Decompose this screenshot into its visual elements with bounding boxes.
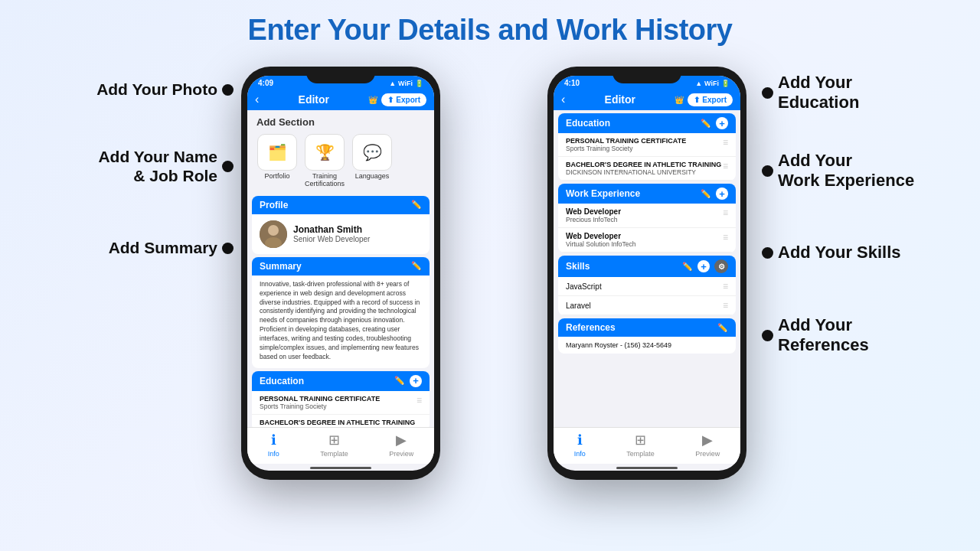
phone1-summary-text: Innovative, task-driven professional wit… bbox=[252, 276, 430, 368]
phone2-skills-section: Skills ✏️ + ⚙ JavaScript ≡ Laravel ≡ bbox=[558, 256, 736, 315]
annotation-add-skills: Add Your Skills bbox=[762, 243, 901, 262]
phone1-profile-info: Jonathan Smith Senior Web Developer bbox=[293, 224, 370, 243]
annotation-add-work: Add Your Work Experience bbox=[762, 151, 914, 191]
phone-2: 4:10 ▲ WiFi 🔋 ‹ Editor 👑 ⬆ Export bbox=[547, 67, 746, 480]
phone1-profile-header: Profile ✏️ bbox=[252, 196, 430, 214]
phone2-reference-item-1: Maryann Royster - (156) 324-5649 bbox=[558, 337, 736, 354]
phone1-profile-header-icons: ✏️ bbox=[411, 200, 422, 210]
phone2-crown-icon: 👑 bbox=[675, 96, 684, 104]
phone1-add-section-label: Add Section bbox=[247, 110, 434, 131]
phone1-template-icon: ⊞ bbox=[328, 432, 340, 448]
annotation-add-references: Add Your References bbox=[762, 315, 869, 356]
phone1-tab-template[interactable]: ⊞ Template bbox=[320, 432, 348, 458]
phone2-education-header-icons: ✏️ + bbox=[701, 117, 728, 129]
phone1-content: Add Section 🗂️ Portfolio 🏆 Training Cert… bbox=[247, 110, 434, 427]
phone2-education-edit-icon[interactable]: ✏️ bbox=[701, 119, 711, 129]
phone1-nav-title: Editor bbox=[299, 93, 329, 106]
phone-1: 4:09 ▲ WiFi 🔋 ‹ Editor 👑 ⬆ Export bbox=[241, 67, 440, 480]
phone2-references-section: References ✏️ Maryann Royster - (156) 32… bbox=[558, 318, 736, 354]
section-icon-portfolio[interactable]: 🗂️ Portfolio bbox=[256, 134, 298, 188]
dot-photo bbox=[222, 84, 234, 96]
annotation-add-name: Add Your Name & Job Role bbox=[98, 147, 234, 185]
phone1-avatar bbox=[260, 220, 287, 248]
annotation-add-summary: Add Summary bbox=[109, 239, 234, 257]
annotation-add-photo: Add Your Photo bbox=[96, 80, 234, 99]
phone1-status-icons: ▲ WiFi 🔋 bbox=[389, 80, 423, 87]
phone2-work-header: Work Experience ✏️ + bbox=[558, 184, 736, 204]
phone2-education-section: Education ✏️ + PERSONAL TRAINING CERTIFI… bbox=[558, 113, 736, 181]
page-title: Enter Your Details and Work History bbox=[0, 0, 980, 59]
phone2-skills-header: Skills ✏️ + ⚙ bbox=[558, 256, 736, 277]
phone1-back-button[interactable]: ‹ bbox=[255, 93, 259, 106]
phone1-summary-edit-icon[interactable]: ✏️ bbox=[411, 261, 422, 271]
phone2-work-item-1: Web Developer Precious InfoTech ≡ bbox=[558, 204, 736, 228]
phone2-skill-item-1: JavaScript ≡ bbox=[558, 277, 736, 296]
phone1-info-icon: ℹ bbox=[271, 432, 276, 448]
phone1-nav-bar: ‹ Editor 👑 ⬆ Export bbox=[247, 89, 434, 110]
phone2-references-edit-icon[interactable]: ✏️ bbox=[717, 323, 728, 333]
phone2-work-section: Work Experience ✏️ + Web Developer Preci… bbox=[558, 184, 736, 253]
phone1-education-section: Education ✏️ + PERSONAL TRAINING CERTIFI… bbox=[252, 371, 430, 427]
phone2-content: Education ✏️ + PERSONAL TRAINING CERTIFI… bbox=[554, 110, 740, 427]
phone1-profile-section: Profile ✏️ bbox=[252, 196, 430, 254]
phone2-tab-info[interactable]: ℹ Info bbox=[574, 432, 586, 458]
phone2-status-icons: ▲ WiFi 🔋 bbox=[695, 80, 730, 87]
phone2-nav-title: Editor bbox=[605, 93, 635, 106]
phone2-skills-add-button[interactable]: + bbox=[697, 260, 710, 272]
phone2-work-edit-icon[interactable]: ✏️ bbox=[701, 189, 711, 199]
svg-point-1 bbox=[268, 225, 279, 236]
right-annotations: Add Your Education Add Your Work Experie… bbox=[746, 59, 923, 74]
phone2-edu-item-2: Bachelor's Degree in Athletic Training D… bbox=[558, 157, 736, 181]
section-icon-languages[interactable]: 💬 Languages bbox=[351, 134, 393, 188]
phone2-skill-item-2: Laravel ≡ bbox=[558, 296, 736, 315]
phone2-work-item-2: Web Developer Virtual Solution InfoTech … bbox=[558, 228, 736, 253]
phone2-screen: 4:10 ▲ WiFi 🔋 ‹ Editor 👑 ⬆ Export bbox=[554, 76, 740, 471]
phone2-tab-preview[interactable]: ▶ Preview bbox=[695, 432, 720, 458]
phone2-edu-item-1: PERSONAL TRAINING CERTIFICATE Sports Tra… bbox=[558, 133, 736, 157]
phone2-education-header: Education ✏️ + bbox=[558, 113, 736, 133]
phone1-profile-edit-icon[interactable]: ✏️ bbox=[411, 200, 422, 210]
dot-name bbox=[222, 161, 234, 172]
phone2-work-header-icons: ✏️ + bbox=[701, 187, 728, 200]
dot-references bbox=[762, 330, 773, 341]
phone1-tab-preview[interactable]: ▶ Preview bbox=[389, 432, 413, 458]
phone1-edu-item-1: PERSONAL TRAINING CERTIFICATE Sports Tra… bbox=[252, 391, 430, 415]
phone2-education-add-button[interactable]: + bbox=[716, 117, 728, 129]
phone1-preview-icon: ▶ bbox=[396, 432, 407, 448]
phone2-home-indicator bbox=[616, 467, 678, 469]
phone1-notch bbox=[306, 67, 375, 83]
phone2-preview-icon: ▶ bbox=[702, 432, 713, 448]
dot-skills bbox=[762, 247, 773, 259]
phone2-notch bbox=[612, 67, 681, 83]
section-icon-training[interactable]: 🏆 Training Certifications bbox=[304, 134, 345, 188]
phone2-tab-template[interactable]: ⊞ Template bbox=[626, 432, 655, 458]
phone2-nav-bar: ‹ Editor 👑 ⬆ Export bbox=[554, 89, 740, 110]
phone1-export-button[interactable]: ⬆ Export bbox=[381, 93, 426, 106]
phone1-profile-row: Jonathan Smith Senior Web Developer bbox=[252, 214, 430, 254]
phone1-crown-icon: 👑 bbox=[368, 96, 377, 104]
phone2-skills-header-icons: ✏️ + ⚙ bbox=[682, 259, 728, 273]
phone2-template-icon: ⊞ bbox=[635, 432, 646, 448]
phone1-education-header-icons: ✏️ + bbox=[394, 375, 422, 387]
phone2-back-button[interactable]: ‹ bbox=[561, 93, 565, 106]
phone2-export-button[interactable]: ⬆ Export bbox=[688, 93, 733, 106]
left-annotations: Add Your Photo Add Your Name & Job Role … bbox=[57, 59, 234, 82]
dot-work bbox=[762, 165, 773, 177]
phone1-section-icons-row: 🗂️ Portfolio 🏆 Training Certifications 💬… bbox=[247, 131, 434, 193]
phone1-summary-section: Summary ✏️ Innovative, task-driven profe… bbox=[252, 257, 430, 368]
dot-summary bbox=[222, 243, 234, 254]
phone1-home-indicator bbox=[310, 467, 371, 469]
phone1-tab-bar: ℹ Info ⊞ Template ▶ Preview bbox=[247, 427, 434, 464]
annotation-add-education: Add Your Education bbox=[762, 73, 859, 113]
phone2-references-header: References ✏️ bbox=[558, 318, 736, 337]
dot-education bbox=[762, 87, 773, 99]
phone1-screen: 4:09 ▲ WiFi 🔋 ‹ Editor 👑 ⬆ Export bbox=[247, 76, 434, 471]
phone1-education-edit-icon[interactable]: ✏️ bbox=[394, 376, 405, 386]
phone2-skills-edit-icon[interactable]: ✏️ bbox=[682, 262, 693, 272]
phone1-education-add-button[interactable]: + bbox=[410, 375, 422, 387]
phone1-edu-item-2: Bachelor's Degree in Athletic Training bbox=[252, 415, 430, 427]
phone2-skills-settings-icon[interactable]: ⚙ bbox=[714, 259, 728, 273]
phone2-tab-bar: ℹ Info ⊞ Template ▶ Preview bbox=[554, 427, 740, 464]
phone2-work-add-button[interactable]: + bbox=[716, 187, 728, 200]
phone1-tab-info[interactable]: ℹ Info bbox=[268, 432, 279, 458]
